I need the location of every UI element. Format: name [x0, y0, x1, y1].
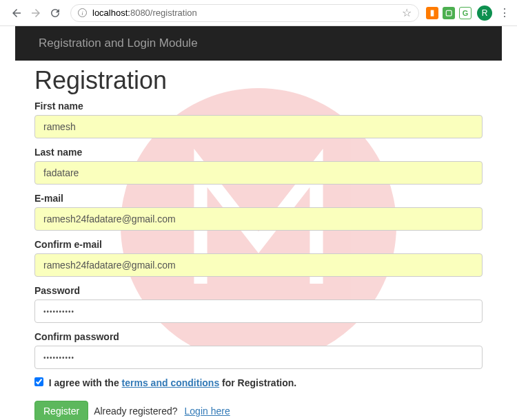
- reload-icon: [49, 7, 61, 19]
- login-here-link[interactable]: Login here: [185, 406, 230, 417]
- url-host: localhost:: [92, 8, 130, 18]
- browser-menu-button[interactable]: ⋮: [499, 6, 510, 19]
- reload-button[interactable]: [45, 3, 65, 23]
- arrow-right-icon: [30, 7, 42, 19]
- confirmemail-input[interactable]: [34, 253, 483, 277]
- arrow-left-icon: [10, 7, 23, 19]
- page-content: Registration First name Last name E-mail…: [0, 61, 517, 420]
- address-bar[interactable]: i localhost:8080/registration ☆: [70, 4, 419, 22]
- site-info-icon[interactable]: i: [78, 8, 87, 17]
- email-label: E-mail: [34, 193, 483, 204]
- confirmpassword-label: Confirm password: [34, 331, 483, 342]
- terms-text-after: for Registration.: [219, 377, 296, 388]
- browser-toolbar: i localhost:8080/registration ☆ ▮ ▢ G R …: [0, 0, 517, 26]
- already-registered-text: Already registered?: [94, 406, 177, 417]
- url-port: 8080: [130, 8, 150, 18]
- forward-button[interactable]: [26, 3, 45, 23]
- confirmpassword-input[interactable]: [34, 346, 483, 369]
- url-path: /registration: [150, 8, 197, 18]
- app-navbar: Registration and Login Module: [15, 26, 502, 61]
- extension-icon-1[interactable]: ▮: [426, 7, 438, 19]
- bookmark-star-icon[interactable]: ☆: [402, 6, 412, 19]
- back-button[interactable]: [7, 3, 26, 23]
- terms-text-before: I agree with the: [49, 377, 122, 388]
- extensions-area: ▮ ▢ G: [426, 7, 472, 19]
- lastname-label: Last name: [34, 147, 483, 158]
- email-input[interactable]: [34, 207, 483, 231]
- firstname-input[interactable]: [34, 115, 483, 138]
- password-label: Password: [34, 285, 483, 296]
- terms-checkbox[interactable]: [34, 377, 43, 386]
- navbar-title: Registration and Login Module: [39, 36, 198, 50]
- firstname-label: First name: [34, 101, 483, 112]
- extension-icon-2[interactable]: ▢: [443, 7, 455, 19]
- password-input[interactable]: [34, 300, 483, 323]
- extension-icon-3[interactable]: G: [459, 7, 472, 19]
- register-button[interactable]: Register: [34, 401, 88, 420]
- page-title: Registration: [34, 66, 483, 95]
- lastname-input[interactable]: [34, 161, 483, 185]
- terms-link[interactable]: terms and conditions: [122, 377, 220, 388]
- confirmemail-label: Confirm e-mail: [34, 239, 483, 250]
- profile-avatar[interactable]: R: [477, 6, 492, 21]
